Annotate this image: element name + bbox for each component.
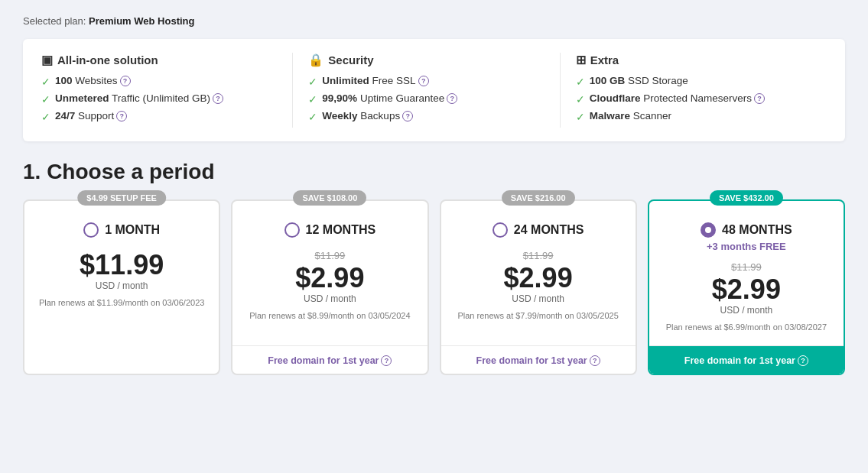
plans-row: $4.99 SETUP FEE1 MONTH$11.99USD / monthP… xyxy=(23,199,845,375)
lock-icon: 🔒 xyxy=(308,53,323,67)
help-icon[interactable]: ? xyxy=(447,93,457,104)
feature-title-extra: ⊞ Extra xyxy=(576,53,811,67)
plan-body: $11.99USD / monthPlan renews at $11.99/m… xyxy=(24,250,219,374)
plan-card-24months[interactable]: SAVE $216.0024 MONTHS$11.99$2.99USD / mo… xyxy=(440,199,637,375)
feature-item-text: 24/7 Support? xyxy=(55,110,127,121)
plan-main-price: $2.99 xyxy=(662,274,831,305)
help-icon[interactable]: ? xyxy=(116,111,127,121)
feature-item: ✓100 GB SSD Storage xyxy=(576,75,811,88)
feature-col-security: 🔒 Security✓Unlimited Free SSL?✓99,90% Up… xyxy=(308,53,560,128)
plan-period: USD / month xyxy=(662,305,831,316)
feature-item: ✓24/7 Support? xyxy=(41,110,277,123)
plan-months-label: 48 MONTHS xyxy=(722,223,792,237)
plan-free-domain: Free domain for 1st year xyxy=(268,355,379,366)
plan-header: 12 MONTHS xyxy=(232,201,427,250)
feature-item-text: 99,90% Uptime Guarantee? xyxy=(322,92,457,104)
help-icon[interactable]: ? xyxy=(418,76,429,86)
help-icon[interactable]: ? xyxy=(590,355,600,366)
feature-item-text: Malware Scanner xyxy=(590,110,671,121)
plan-period: USD / month xyxy=(37,280,206,291)
plan-radio-row: 12 MONTHS xyxy=(245,222,414,238)
feature-item: ✓Malware Scanner xyxy=(576,110,811,123)
plan-header: 48 MONTHS+3 months FREE xyxy=(649,201,844,261)
plan-original-price: $11.99 xyxy=(662,261,831,273)
check-icon: ✓ xyxy=(41,76,50,88)
plan-body: $11.99$2.99USD / monthPlan renews at $6.… xyxy=(649,261,844,345)
monitor-icon: ▣ xyxy=(41,53,53,67)
feature-item-bold: Cloudflare xyxy=(590,92,641,104)
plan-footer: Free domain for 1st year? xyxy=(441,345,636,374)
feature-item: ✓Cloudflare Protected Nameservers? xyxy=(576,92,811,105)
feature-item: ✓99,90% Uptime Guarantee? xyxy=(308,92,544,105)
plan-original-price: $11.99 xyxy=(454,250,623,261)
plan-body: $11.99$2.99USD / monthPlan renews at $7.… xyxy=(441,250,636,345)
feature-col-all-in-one: ▣ All-in-one solution✓100 Websites?✓Unme… xyxy=(41,53,293,128)
feature-item-text: 100 GB SSD Storage xyxy=(590,75,688,86)
plan-period: USD / month xyxy=(245,293,414,304)
plus-icon: ⊞ xyxy=(576,53,586,67)
check-icon: ✓ xyxy=(308,111,317,123)
check-icon: ✓ xyxy=(41,111,50,123)
selected-plan-name: Premium Web Hosting xyxy=(89,15,194,27)
check-icon: ✓ xyxy=(308,76,317,88)
feature-item-bold: Unmetered xyxy=(55,92,109,104)
help-icon[interactable]: ? xyxy=(754,93,765,104)
help-icon[interactable]: ? xyxy=(213,93,223,104)
help-icon[interactable]: ? xyxy=(120,76,131,86)
plan-renew-text: Plan renews at $7.99/month on 03/05/2025 xyxy=(454,310,623,322)
plan-renew-text: Plan renews at $11.99/month on 03/06/202… xyxy=(37,297,206,309)
plan-badge: SAVE $432.00 xyxy=(710,190,783,206)
check-icon: ✓ xyxy=(41,93,50,105)
plan-free-domain: Free domain for 1st year xyxy=(684,355,795,366)
help-icon[interactable]: ? xyxy=(381,355,392,366)
feature-item-bold: 99,90% xyxy=(322,92,357,104)
feature-title-all-in-one: ▣ All-in-one solution xyxy=(41,53,277,67)
feature-item: ✓Weekly Backups? xyxy=(308,110,544,123)
feature-item-bold: Weekly xyxy=(322,110,357,121)
feature-item: ✓100 Websites? xyxy=(41,75,277,88)
feature-item: ✓Unlimited Free SSL? xyxy=(308,75,544,88)
feature-item-bold: Malware xyxy=(590,110,630,121)
plan-main-price: $11.99 xyxy=(37,250,206,280)
plan-original-price: $11.99 xyxy=(245,250,414,261)
plan-card-1month[interactable]: $4.99 SETUP FEE1 MONTH$11.99USD / monthP… xyxy=(23,199,220,375)
plan-renew-text: Plan renews at $6.99/month on 03/08/2027 xyxy=(662,322,831,333)
feature-item-text: Weekly Backups? xyxy=(322,110,413,121)
plan-badge: $4.99 SETUP FEE xyxy=(77,190,166,206)
feature-title-security: 🔒 Security xyxy=(308,53,544,67)
plan-footer: Free domain for 1st year? xyxy=(649,345,844,374)
feature-item-text: 100 Websites? xyxy=(55,75,131,86)
selected-plan-row: Selected plan: Premium Web Hosting xyxy=(23,15,845,27)
feature-item-text: Unlimited Free SSL? xyxy=(322,75,428,86)
feature-item-bold: 100 xyxy=(55,75,73,86)
help-icon[interactable]: ? xyxy=(798,355,808,366)
plan-main-price: $2.99 xyxy=(454,263,623,293)
features-row: ▣ All-in-one solution✓100 Websites?✓Unme… xyxy=(23,39,845,141)
plan-radio[interactable] xyxy=(83,222,99,238)
plan-radio[interactable] xyxy=(701,222,716,238)
plan-card-48months[interactable]: SAVE $432.0048 MONTHS+3 months FREE$11.9… xyxy=(648,199,845,375)
section-title: 1. Choose a period xyxy=(23,160,845,184)
plan-radio-row: 48 MONTHS xyxy=(662,222,831,238)
plan-renew-text: Plan renews at $8.99/month on 03/05/2024 xyxy=(245,310,414,322)
feature-item-text: Cloudflare Protected Nameservers? xyxy=(590,92,765,104)
feature-item-bold: 24/7 xyxy=(55,110,75,121)
plan-months-label: 1 MONTH xyxy=(105,223,160,237)
check-icon: ✓ xyxy=(308,93,317,105)
check-icon: ✓ xyxy=(576,111,585,123)
plan-free-domain: Free domain for 1st year xyxy=(476,355,587,366)
plan-main-price: $2.99 xyxy=(245,263,414,293)
help-icon[interactable]: ? xyxy=(402,111,413,121)
check-icon: ✓ xyxy=(576,93,585,105)
plan-radio-row: 24 MONTHS xyxy=(454,222,623,238)
plan-period: USD / month xyxy=(454,293,623,304)
selected-plan-label: Selected plan: xyxy=(23,15,86,27)
plan-header: 1 MONTH xyxy=(24,201,219,250)
feature-item-bold: 100 GB xyxy=(590,75,626,86)
plan-radio[interactable] xyxy=(493,222,508,238)
plan-badge: SAVE $108.00 xyxy=(293,190,366,206)
plan-radio[interactable] xyxy=(284,222,300,238)
plan-months-label: 24 MONTHS xyxy=(514,223,584,237)
feature-col-extra: ⊞ Extra✓100 GB SSD Storage✓Cloudflare Pr… xyxy=(576,53,827,128)
plan-card-12months[interactable]: SAVE $108.0012 MONTHS$11.99$2.99USD / mo… xyxy=(231,199,428,375)
